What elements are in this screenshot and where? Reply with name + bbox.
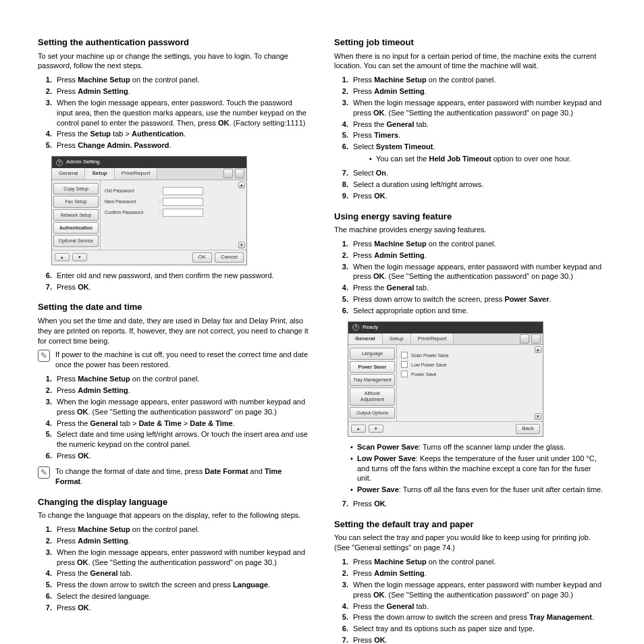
list-item: Press the General tab. bbox=[350, 283, 606, 293]
scan-power-save-check[interactable] bbox=[401, 352, 408, 358]
scroll-down-icon[interactable]: ▾ bbox=[535, 413, 541, 420]
list-item: Select System Timeout.You can set the He… bbox=[350, 142, 606, 164]
sidebar-optional-service[interactable]: Optional Service bbox=[53, 235, 99, 246]
note-icon: ✎ bbox=[38, 350, 50, 362]
list-item: Press Machine Setup on the control panel… bbox=[350, 239, 606, 249]
list-item: Press OK. bbox=[350, 499, 606, 509]
list-item: Press Machine Setup on the control panel… bbox=[54, 525, 310, 535]
heading-default-tray: Setting the default tray and paper bbox=[334, 518, 606, 531]
ui-titlebar: ? Ready bbox=[348, 322, 543, 333]
tab-general[interactable]: General bbox=[52, 168, 85, 180]
list-item: When the login message appears, enter pa… bbox=[350, 580, 606, 600]
tab-setup[interactable]: Setup bbox=[383, 333, 411, 345]
confirm-password-field[interactable] bbox=[163, 209, 203, 217]
home-icon[interactable] bbox=[531, 334, 541, 344]
list-item: When the login message appears, enter pa… bbox=[350, 98, 606, 118]
sidebar-network-setup[interactable]: Network Setup bbox=[53, 209, 99, 221]
list-item: Press Machine Setup on the control panel… bbox=[54, 374, 310, 384]
sidebar-power-saver[interactable]: Power Saver bbox=[350, 361, 395, 373]
list-item: Press the down arrow to switch the scree… bbox=[54, 580, 310, 590]
ui-title: Admin Setting bbox=[66, 159, 100, 166]
ui-footer: ▴ ▾ OK Cancel bbox=[52, 250, 246, 265]
list-item: Press Machine Setup on the control panel… bbox=[350, 75, 606, 85]
left-column: Setting the authentication password To s… bbox=[38, 27, 310, 644]
list-item: Press OK. bbox=[350, 191, 606, 201]
low-power-save-check[interactable] bbox=[401, 361, 408, 368]
intro-language: To change the language that appears on t… bbox=[38, 510, 310, 520]
nav-up-icon[interactable]: ▴ bbox=[55, 253, 70, 261]
intro-date-time: When you set the time and date, they are… bbox=[38, 316, 310, 346]
steps-language: Press Machine Setup on the control panel… bbox=[38, 525, 310, 613]
exit-icon[interactable] bbox=[520, 334, 529, 344]
list-item: Press the General tab. bbox=[350, 119, 606, 130]
list-item: Press down arrow to switch the screen, p… bbox=[350, 294, 606, 304]
new-password-field[interactable] bbox=[163, 198, 203, 206]
ui-titlebar: ? Admin Setting bbox=[52, 157, 246, 168]
sidebar-tray-mgmt[interactable]: Tray Management bbox=[350, 374, 395, 385]
list-item: Press Change Admin. Password. bbox=[54, 140, 310, 151]
list-item: Press Admin Setting. bbox=[350, 568, 606, 579]
list-item: Press OK. bbox=[54, 451, 310, 461]
list-item: Select tray and its options such as pape… bbox=[350, 624, 606, 634]
sidebar-fax-setup[interactable]: Fax Setup bbox=[53, 196, 99, 207]
steps-default-tray: Press Machine Setup on the control panel… bbox=[334, 557, 606, 644]
tab-setup[interactable]: Setup bbox=[85, 168, 114, 180]
list-item: Press OK. bbox=[54, 282, 310, 292]
help-icon: ? bbox=[56, 159, 63, 166]
list-item: Press the Setup tab > Authentication. bbox=[54, 129, 310, 139]
note-icon: ✎ bbox=[38, 466, 50, 479]
note-power-cutoff: ✎ If power to the machine is cut off, yo… bbox=[38, 350, 310, 370]
nav-down-icon[interactable]: ▾ bbox=[72, 253, 87, 261]
ok-button[interactable]: OK bbox=[192, 252, 213, 263]
intro-auth: To set your machine up or change the set… bbox=[38, 51, 310, 72]
list-item: Press the General tab > Date & Time > Da… bbox=[54, 419, 310, 429]
list-item: Press Admin Setting. bbox=[54, 385, 310, 396]
list-item: Press Admin Setting. bbox=[54, 536, 310, 546]
list-item: You can set the Held Job Timeout option … bbox=[369, 154, 606, 164]
cancel-button[interactable]: Cancel bbox=[215, 252, 244, 263]
back-button[interactable]: Back bbox=[516, 424, 540, 434]
scroll-up-icon[interactable]: ▴ bbox=[535, 346, 541, 353]
list-item: Press OK. bbox=[350, 635, 606, 644]
ui-ready: ? Ready General Setup Print/Report Langu… bbox=[348, 321, 543, 437]
list-item: Press Admin Setting. bbox=[350, 250, 606, 261]
old-password-field[interactable] bbox=[163, 187, 203, 195]
list-item: Select date and time using left/right ar… bbox=[54, 429, 310, 450]
tab-general[interactable]: General bbox=[348, 333, 383, 345]
steps-auth-1: Press Machine Setup on the control panel… bbox=[38, 75, 310, 151]
list-item: Low Power Save: Keeps the temperature of… bbox=[350, 454, 606, 484]
heading-auth-password: Setting the authentication password bbox=[38, 36, 310, 49]
nav-down-icon[interactable]: ▾ bbox=[369, 425, 383, 433]
scroll-down-icon[interactable]: ▾ bbox=[238, 242, 245, 248]
power-save-check[interactable] bbox=[401, 371, 408, 377]
sidebar-authentication[interactable]: Authentication bbox=[53, 222, 99, 234]
steps-job-timeout: Press Machine Setup on the control panel… bbox=[334, 75, 606, 200]
list-item: Press the General tab. bbox=[54, 568, 310, 579]
scroll-up-icon[interactable]: ▴ bbox=[238, 182, 245, 188]
list-item: Press OK. bbox=[54, 603, 310, 613]
sidebar-output[interactable]: Output Options bbox=[350, 407, 395, 419]
sidebar-altitude[interactable]: Altitude Adjustment bbox=[350, 387, 395, 406]
home-icon[interactable] bbox=[235, 169, 244, 178]
nav-up-icon[interactable]: ▴ bbox=[351, 425, 366, 433]
tab-print-report[interactable]: Print/Report bbox=[411, 333, 454, 345]
list-item: When the login message appears, enter pa… bbox=[54, 397, 310, 417]
list-item: Press the down arrow to switch the scree… bbox=[350, 612, 606, 622]
list-item: Press Admin Setting. bbox=[54, 86, 310, 97]
ui-main: ▴ Scan Power Save Low Power Save Power S… bbox=[397, 345, 543, 421]
steps-energy-2: Press OK. bbox=[334, 499, 606, 509]
list-item: Select a duration using left/right arrow… bbox=[350, 180, 606, 190]
steps-energy-1: Press Machine Setup on the control panel… bbox=[334, 239, 606, 316]
energy-bullets: Scan Power Save: Turns off the scanner l… bbox=[334, 442, 606, 495]
list-item: Press Admin Setting. bbox=[350, 86, 606, 97]
ui-title: Ready bbox=[363, 324, 378, 331]
list-item: Select appropriate option and time. bbox=[350, 306, 606, 316]
steps-date-time: Press Machine Setup on the control panel… bbox=[38, 374, 310, 461]
ui-sidebar: Language Power Saver Tray Management Alt… bbox=[348, 345, 397, 421]
tab-print-report[interactable]: Print/Report bbox=[115, 168, 158, 180]
sidebar-copy-setup[interactable]: Copy Setup bbox=[53, 183, 99, 194]
right-column: Setting job timeout When there is no inp… bbox=[334, 27, 606, 644]
exit-icon[interactable] bbox=[223, 169, 233, 178]
intro-default-tray: You can select the tray and paper you wo… bbox=[334, 533, 606, 553]
sidebar-language[interactable]: Language bbox=[350, 348, 395, 359]
